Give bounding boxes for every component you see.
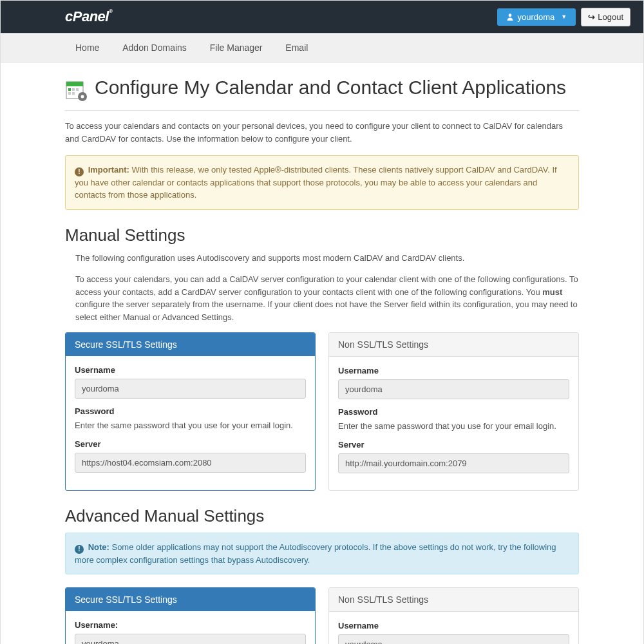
- server-label: Server: [75, 439, 306, 449]
- main-content: Configure My Calendar and Contact Client…: [1, 62, 643, 644]
- top-bar: cPanel® yourdoma ▼ ↪ Logout: [1, 1, 643, 33]
- nav-email[interactable]: Email: [275, 33, 318, 62]
- svg-rect-5: [76, 88, 79, 91]
- password-label: Password: [75, 406, 306, 416]
- adv-nonsecure-panel: Non SSL/TLS Settings Username: [328, 587, 579, 644]
- svg-rect-7: [72, 92, 75, 95]
- caret-down-icon: ▼: [561, 14, 567, 20]
- manual-p2: To access your calendars, you can add a …: [75, 273, 579, 323]
- nonsecure-panel: Non SSL/TLS Settings Username Password E…: [328, 332, 579, 491]
- user-label: yourdoma: [518, 12, 555, 22]
- nonsecure-panel-heading: Non SSL/TLS Settings: [329, 333, 578, 357]
- note-text: Some older applications may not support …: [75, 542, 556, 565]
- brand-logo: cPanel®: [65, 8, 497, 25]
- user-icon: [506, 13, 514, 21]
- manual-p1: The following configuration uses Autodis…: [75, 252, 579, 265]
- divider: [65, 110, 579, 111]
- username-label: Username: [75, 365, 306, 375]
- adv-secure-username-field[interactable]: [75, 634, 306, 644]
- adv-nonsecure-username-field[interactable]: [338, 634, 569, 644]
- note-label: Note:: [88, 542, 109, 552]
- secure-panel: Secure SSL/TLS Settings Username Passwor…: [65, 332, 316, 491]
- svg-rect-4: [72, 88, 75, 91]
- secure-server-field[interactable]: [75, 453, 306, 473]
- password-desc: Enter the same password that you use for…: [338, 421, 569, 432]
- username-label: Username: [338, 621, 569, 630]
- nav-file-manager[interactable]: File Manager: [200, 33, 273, 62]
- svg-rect-3: [68, 88, 71, 91]
- secure-panel-heading: Secure SSL/TLS Settings: [66, 333, 315, 356]
- exclamation-icon: !: [75, 167, 84, 176]
- nonsecure-username-field[interactable]: [338, 379, 569, 399]
- advanced-settings-heading: Advanced Manual Settings: [65, 506, 579, 526]
- logout-label: Logout: [598, 12, 623, 22]
- password-desc: Enter the same password that you use for…: [75, 420, 306, 431]
- logout-icon: ↪: [588, 12, 595, 22]
- calendar-gear-icon: [65, 79, 88, 102]
- svg-rect-6: [68, 92, 71, 95]
- important-label: Important:: [88, 165, 129, 175]
- nav-addon-domains[interactable]: Addon Domains: [112, 33, 197, 62]
- server-label: Server: [338, 440, 569, 450]
- adv-secure-panel-heading: Secure SSL/TLS Settings: [66, 588, 315, 611]
- manual-settings-heading: Manual Settings: [65, 225, 579, 245]
- svg-point-9: [81, 95, 84, 99]
- logout-button[interactable]: ↪ Logout: [581, 8, 630, 26]
- page-title: Configure My Calendar and Contact Client…: [95, 75, 566, 100]
- info-icon: !: [75, 545, 84, 554]
- intro-text: To access your calendars and contacts on…: [65, 120, 579, 145]
- username-label: Username:: [75, 620, 306, 630]
- adv-nonsecure-panel-heading: Non SSL/TLS Settings: [329, 588, 578, 612]
- username-label: Username: [338, 366, 569, 375]
- svg-rect-2: [66, 82, 83, 86]
- secure-username-field[interactable]: [75, 379, 306, 399]
- important-text: With this release, we only tested Apple®…: [75, 165, 557, 200]
- adv-secure-panel: Secure SSL/TLS Settings Username:: [65, 587, 316, 644]
- svg-point-0: [508, 14, 511, 17]
- password-label: Password: [338, 407, 569, 417]
- nav-bar: Home Addon Domains File Manager Email: [1, 33, 643, 62]
- nonsecure-server-field[interactable]: [338, 453, 569, 473]
- note-alert: ! Note: Some older applications may not …: [65, 533, 579, 574]
- user-menu-button[interactable]: yourdoma ▼: [497, 8, 576, 26]
- nav-home[interactable]: Home: [65, 33, 109, 62]
- important-alert: ! Important: With this release, we only …: [65, 155, 579, 210]
